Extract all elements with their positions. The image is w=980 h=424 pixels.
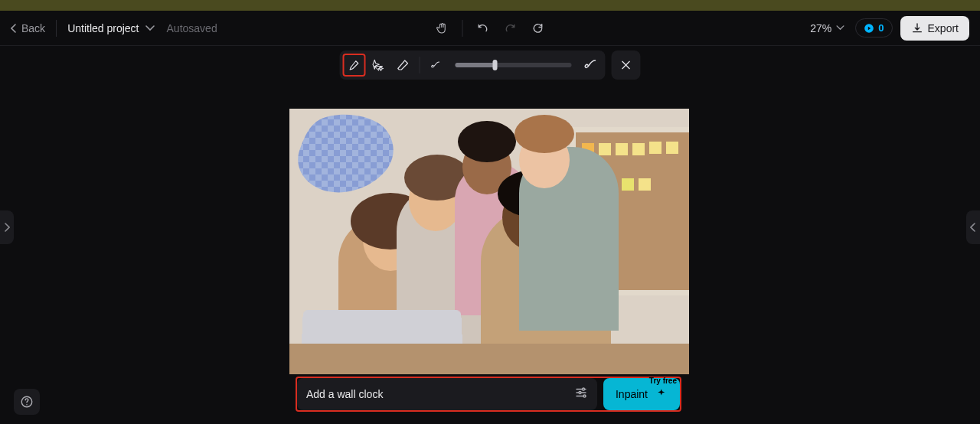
project-title-text: Untitled project [67, 22, 139, 34]
slider-fill [456, 63, 495, 67]
auto-select-tool-button[interactable] [368, 54, 390, 77]
brush-tool-button[interactable] [343, 54, 366, 77]
chevron-left-icon [970, 223, 976, 232]
edit-tool-group [340, 51, 606, 80]
reset-button[interactable] [524, 15, 552, 42]
canvas-image[interactable] [289, 109, 689, 374]
back-label: Back [21, 22, 45, 34]
credit-icon [864, 23, 874, 34]
refresh-icon [531, 21, 545, 35]
svg-point-5 [579, 392, 581, 394]
right-panel-toggle[interactable] [966, 210, 980, 244]
inpaint-mask [297, 113, 395, 197]
svg-point-8 [26, 404, 28, 406]
close-edit-mode-button[interactable] [612, 51, 641, 80]
project-title-dropdown[interactable]: Untitled project [67, 22, 154, 34]
divider [56, 20, 57, 37]
prompt-bar: Add a wall clock Inpaint Try free [297, 378, 680, 410]
zoom-dropdown[interactable]: 27% [810, 22, 844, 34]
download-icon [911, 22, 923, 34]
svg-point-4 [582, 388, 584, 390]
prompt-input[interactable]: Add a wall clock [306, 388, 567, 400]
browser-chrome-bar [0, 0, 980, 11]
svg-point-6 [583, 395, 586, 397]
top-bar: Back Untitled project Autosaved 27% 0 Ex… [0, 11, 980, 46]
eraser-tool-button[interactable] [392, 54, 415, 77]
brush-small-icon [430, 59, 443, 71]
desk [289, 344, 689, 374]
slider-thumb[interactable] [492, 60, 497, 70]
undo-button[interactable] [469, 15, 497, 42]
brush-size-slider[interactable] [456, 63, 572, 67]
help-icon [20, 395, 34, 409]
inpaint-label: Inpaint [616, 388, 648, 400]
brush-size-increase[interactable] [580, 54, 603, 77]
sliders-icon [574, 386, 588, 400]
brush-large-icon [584, 58, 598, 72]
chevron-left-icon [11, 24, 17, 33]
back-button[interactable]: Back [11, 22, 45, 34]
redo-icon [504, 21, 518, 35]
divider [420, 57, 420, 73]
edit-toolbar [340, 51, 641, 80]
credit-count: 0 [878, 22, 884, 34]
close-icon [620, 59, 632, 71]
auto-select-icon [372, 58, 386, 72]
prompt-settings-button[interactable] [574, 386, 588, 403]
chevron-right-icon [4, 223, 10, 232]
chevron-down-icon [145, 25, 155, 31]
eraser-icon [397, 58, 410, 72]
zoom-label: 27% [810, 22, 831, 34]
brush-size-decrease[interactable] [425, 54, 448, 77]
prompt-input-wrap: Add a wall clock [297, 378, 597, 410]
export-label: Export [928, 22, 959, 34]
center-nav-tools [429, 11, 552, 46]
undo-icon [476, 21, 490, 35]
brush-icon [348, 58, 361, 72]
ai-spark-icon [654, 387, 668, 401]
help-button[interactable] [14, 389, 40, 415]
redo-button[interactable] [497, 15, 524, 42]
try-free-badge: Try free [649, 377, 677, 385]
export-button[interactable]: Export [900, 16, 969, 41]
hand-icon [436, 21, 449, 35]
chevron-down-icon [836, 25, 844, 31]
credits-pill[interactable]: 0 [855, 18, 892, 38]
left-panel-toggle[interactable] [0, 210, 14, 244]
divider [462, 20, 463, 37]
autosaved-status: Autosaved [167, 22, 217, 34]
canvas-area[interactable] [0, 46, 980, 424]
inpaint-button[interactable]: Inpaint Try free [603, 378, 680, 410]
pan-tool-button[interactable] [429, 15, 456, 42]
